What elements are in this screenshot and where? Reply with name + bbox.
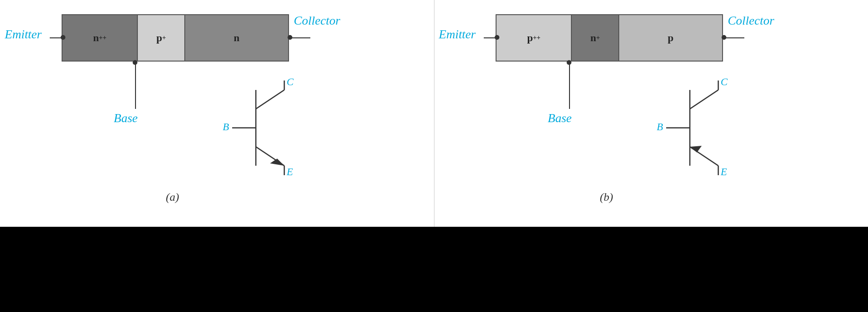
transistor-box-b: p++ n+ p [496, 14, 723, 62]
symbol-c-label-b: C [721, 76, 728, 88]
base-wire-b [569, 62, 570, 109]
segment-n-plus: n+ [572, 15, 619, 61]
segment-p-plus: p+ [138, 15, 185, 61]
svg-marker-6 [270, 159, 284, 166]
base-dot-b [567, 60, 571, 65]
base-label-a: Base [114, 111, 138, 125]
emitter-dot-a [61, 35, 65, 40]
collector-dot-a [288, 35, 292, 40]
base-wire-a [135, 62, 136, 109]
segment-n: n [185, 15, 288, 61]
collector-label-b: Collector [728, 14, 774, 28]
base-label-b: Base [548, 111, 572, 125]
npn-svg-a [232, 76, 308, 180]
segment-p: p [619, 15, 722, 61]
base-dot-a [133, 60, 137, 65]
emitter-dot-b [495, 35, 499, 40]
collector-dot-b [722, 35, 726, 40]
diagram-a: n++ p+ n Emitter Collector Base [0, 0, 434, 227]
caption-b: (b) [600, 191, 613, 204]
symbol-c-label-a: C [287, 76, 294, 88]
pnp-svg-b [666, 76, 742, 180]
collector-label-a: Collector [294, 14, 340, 28]
npn-symbol-a: B C E [232, 76, 308, 180]
symbol-e-label-b: E [721, 166, 727, 178]
svg-line-8 [690, 90, 718, 109]
emitter-label-a: Emitter [5, 27, 42, 42]
symbol-e-label-a: E [287, 166, 293, 178]
transistor-box-a: n++ p+ n [62, 14, 289, 62]
diagram-b: p++ n+ p Emitter Collector Base [434, 0, 868, 227]
pnp-symbol-b: B C E [666, 76, 742, 180]
black-bottom-area [0, 227, 868, 312]
emitter-label-b: Emitter [439, 27, 476, 42]
segment-n-plusplus: n++ [63, 15, 138, 61]
svg-marker-13 [690, 146, 702, 152]
symbol-b-label-b: B [657, 121, 663, 133]
symbol-b-label-a: B [223, 121, 229, 133]
segment-p-plusplus: p++ [497, 15, 572, 61]
svg-line-1 [256, 90, 284, 109]
caption-a: (a) [166, 191, 179, 204]
